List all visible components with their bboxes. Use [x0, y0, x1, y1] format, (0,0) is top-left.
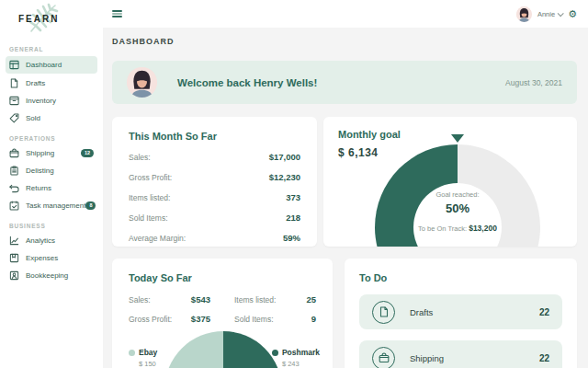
ebay-dot-icon	[129, 350, 135, 356]
user-avatar[interactable]	[516, 6, 532, 22]
sidebar-item-dashboard[interactable]: Dashboard	[6, 56, 97, 74]
sidebar-item-expenses[interactable]: Expenses	[6, 250, 97, 266]
returns-icon	[9, 183, 19, 193]
drafts-icon	[9, 78, 19, 88]
shipping-icon	[372, 347, 395, 368]
inventory-icon	[9, 96, 19, 106]
user-menu[interactable]: Annie	[537, 10, 562, 18]
page-title: DASHBOARD	[112, 37, 175, 46]
brand-name: FEARN	[18, 14, 59, 24]
stat-row: Sales: $543	[129, 294, 210, 305]
gear-icon[interactable]: ⚙	[568, 9, 577, 19]
goal-reached-label: Goal reached:	[402, 190, 513, 199]
shipping-icon	[9, 148, 19, 158]
banner-date: August 30, 2021	[505, 78, 562, 87]
stat-row: Gross Profit: $12,230	[129, 172, 300, 182]
goal-center-readout: Goal reached: 50% To be On Track: $13,20…	[402, 190, 513, 233]
poshmark-dot-icon	[272, 350, 278, 356]
legend-poshmark: Poshmark $ 243	[272, 348, 320, 368]
today-card-title: Today So Far	[129, 272, 316, 283]
analytics-icon	[9, 236, 19, 246]
goal-on-track: To be On Track: $13,200	[402, 224, 513, 233]
dashboard-icon	[9, 60, 19, 70]
task-management-badge: 8	[85, 201, 96, 210]
month-stats-card: This Month So Far Sales: $17,000 Gross P…	[112, 117, 317, 247]
bookkeeping-icon	[9, 270, 19, 281]
expenses-icon	[9, 253, 19, 263]
brand-logo[interactable]: FEARN	[17, 2, 81, 37]
stat-row: Sales: $17,000	[129, 152, 300, 162]
sidebar-item-inventory[interactable]: Inventory	[6, 93, 97, 109]
sidebar: FEARN GENERAL Dashboard Drafts Inventory	[0, 0, 103, 368]
main-content: DASHBOARD Welcome back Henry Wells! Augu…	[103, 28, 588, 368]
goal-percent: 50%	[402, 201, 513, 215]
sidebar-item-delisting[interactable]: Delisting	[6, 163, 97, 178]
monthly-goal-card: Monthly goal $ 6,134 Goal reached: 50% T…	[323, 117, 577, 247]
legend-ebay: Ebay $ 150	[129, 348, 157, 368]
todo-item-drafts[interactable]: Drafts 22	[359, 294, 562, 329]
welcome-banner: Welcome back Henry Wells! August 30, 202…	[112, 61, 577, 104]
sidebar-item-returns[interactable]: Returns	[6, 180, 97, 196]
topbar: Annie ⚙	[103, 0, 588, 28]
chevron-down-icon	[558, 10, 564, 17]
goal-card-title: Monthly goal	[338, 129, 401, 140]
sidebar-item-analytics[interactable]: Analytics	[6, 233, 97, 248]
todo-card-title: To Do	[359, 272, 562, 283]
sold-icon	[9, 113, 19, 123]
shipping-count: 22	[539, 353, 549, 363]
task-management-icon	[9, 201, 19, 211]
sidebar-section-operations: OPERATIONS	[9, 135, 103, 142]
sidebar-section-business: BUSINESS	[9, 223, 103, 229]
sidebar-item-task-management[interactable]: Task management 8	[6, 198, 97, 213]
banner-avatar	[127, 67, 157, 98]
todo-card: To Do Drafts 22 Shipping 22	[345, 259, 577, 368]
drafts-count: 22	[539, 307, 549, 317]
sidebar-item-bookkeeping[interactable]: Bookkeeping	[6, 268, 97, 283]
hamburger-menu-icon[interactable]	[112, 8, 122, 18]
todo-item-shipping[interactable]: Shipping 22	[359, 340, 562, 368]
stat-row: Sold Items: 9	[234, 314, 316, 324]
sidebar-section-general: GENERAL	[9, 46, 103, 52]
marketplace-pie-chart	[164, 331, 282, 368]
stat-row: Items listed: 25	[234, 294, 316, 305]
stat-row: Average Margin: 59%	[129, 233, 300, 243]
stat-row: Gross Profit: $375	[129, 314, 210, 324]
delisting-icon	[9, 166, 19, 176]
sidebar-item-sold[interactable]: Sold	[6, 110, 97, 126]
stat-row: Sold Items: 218	[129, 213, 300, 223]
welcome-message: Welcome back Henry Wells!	[177, 77, 317, 88]
stat-row: Items listed: 373	[129, 192, 300, 202]
sidebar-item-shipping[interactable]: Shipping 12	[6, 145, 97, 161]
sidebar-item-drafts[interactable]: Drafts	[6, 75, 97, 91]
month-card-title: This Month So Far	[129, 131, 300, 142]
goal-marker-icon	[451, 134, 464, 143]
app-window: FEARN GENERAL Dashboard Drafts Inventory	[0, 0, 588, 368]
drafts-icon	[372, 301, 395, 324]
today-stats-card: Today So Far Sales: $543 Gross Profit: $…	[112, 259, 333, 368]
goal-current-amount: $ 6,134	[338, 146, 379, 159]
shipping-badge: 12	[81, 149, 94, 157]
